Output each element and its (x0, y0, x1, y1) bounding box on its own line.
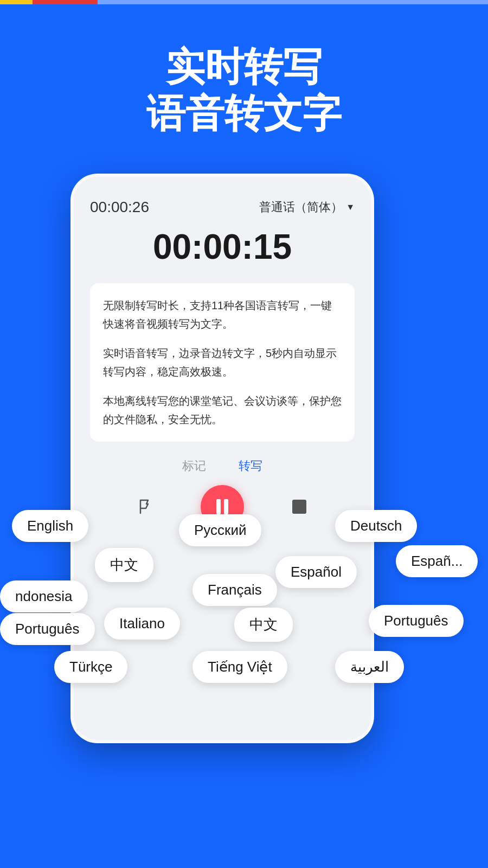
language-pill-indonesia[interactable]: ndonesia (0, 580, 88, 612)
content-paragraph-2: 实时语音转写，边录音边转文字，5秒内自动显示转写内容，稳定高效极速。 (103, 344, 342, 381)
language-pill-espanol2[interactable]: Españ... (396, 545, 478, 577)
language-pill-tiengviet[interactable]: Tiếng Việt (192, 651, 287, 683)
pause-bar-left (216, 499, 221, 514)
main-timer: 00:00:15 (90, 227, 355, 267)
stop-button[interactable] (287, 495, 311, 519)
tab-transcribe[interactable]: 转写 (239, 458, 262, 474)
language-pill-chinese2[interactable]: 中文 (234, 608, 293, 642)
stop-icon (292, 500, 306, 514)
hero-title-line2: 语音转文字 (0, 90, 488, 137)
content-paragraph-3: 本地离线转写您的课堂笔记、会议访谈等，保护您的文件隐私，安全无忧。 (103, 392, 342, 429)
timer-row: 00:00:26 普通话（简体） ▼ (90, 199, 355, 216)
content-area: 无限制转写时长，支持11种各国语言转写，一键快速将音视频转写为文字。 实时语音转… (90, 283, 355, 442)
language-pill-portugues1[interactable]: Português (0, 613, 95, 645)
language-pill-francais[interactable]: Français (192, 574, 277, 606)
language-selector-text: 普通话（简体） (259, 199, 343, 215)
content-paragraph-1: 无限制转写时长，支持11种各国语言转写，一键快速将音视频转写为文字。 (103, 296, 342, 333)
progress-segment-yellow (0, 0, 33, 4)
language-pill-italiano[interactable]: Italiano (104, 608, 180, 640)
language-pill-arabic[interactable]: العربية (335, 651, 404, 683)
pause-bar-right (224, 499, 228, 514)
hero-title-line1: 实时转写 (0, 43, 488, 90)
tab-mark[interactable]: 标记 (182, 458, 206, 474)
bottom-tabs: 标记 转写 (90, 452, 355, 474)
progress-segment-white (98, 0, 488, 4)
hero-title: 实时转写 语音转文字 (0, 43, 488, 137)
flag-button[interactable] (133, 495, 157, 519)
progress-bar (0, 0, 488, 4)
language-pill-chinese1[interactable]: 中文 (95, 548, 153, 582)
language-pill-turkce[interactable]: Türkçe (54, 651, 127, 683)
pause-icon (216, 499, 228, 514)
flag-icon (137, 498, 154, 515)
language-pill-russian[interactable]: Русский (179, 514, 261, 546)
language-pill-english[interactable]: English (12, 510, 88, 542)
language-pill-deutsch[interactable]: Deutsch (335, 510, 417, 542)
language-pill-portugues2[interactable]: Português (369, 605, 464, 637)
language-pill-espanol[interactable]: Español (275, 556, 357, 588)
progress-segment-red (33, 0, 98, 4)
chevron-down-icon: ▼ (346, 202, 355, 212)
small-timer: 00:00:26 (90, 199, 149, 216)
language-selector[interactable]: 普通话（简体） ▼ (259, 199, 355, 215)
